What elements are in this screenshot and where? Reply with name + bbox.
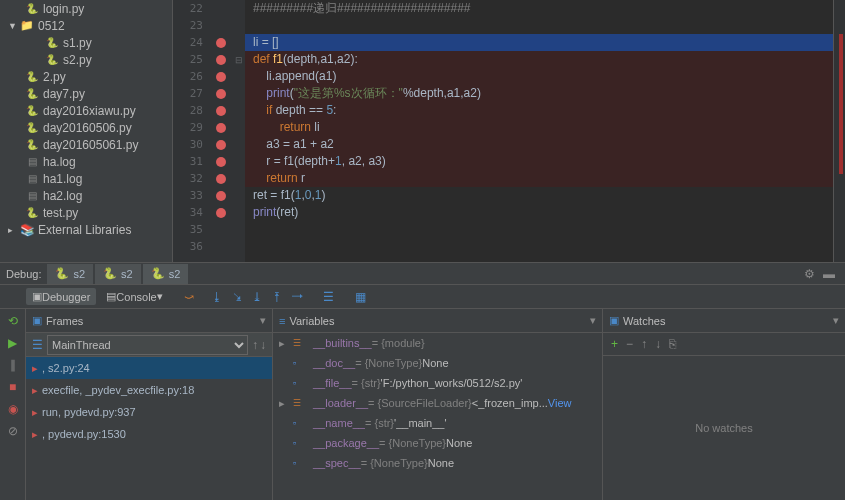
minimap[interactable]: [833, 0, 845, 262]
debug-tab-s2[interactable]: 🐍s2: [95, 264, 141, 284]
step-out-icon[interactable]: ⭱: [269, 289, 285, 305]
code-editor[interactable]: 222324252627282930313233343536 ⊟ #######…: [173, 0, 845, 262]
variable-item[interactable]: ▸☰__builtins__ = {module}: [273, 333, 602, 353]
tree-item-test-py[interactable]: 🐍test.py: [0, 204, 172, 221]
tree-item-day20160506-py[interactable]: 🐍day20160506.py: [0, 119, 172, 136]
variable-item[interactable]: ▫__package__ = {NoneType} None: [273, 433, 602, 453]
step-over-icon[interactable]: ⤻: [181, 289, 197, 305]
variable-item[interactable]: ▫__name__ = {str} '__main__': [273, 413, 602, 433]
thread-select[interactable]: MainThread: [47, 335, 248, 355]
add-watch-icon[interactable]: +: [611, 337, 618, 351]
tree-item-External Libraries[interactable]: ▸📚External Libraries: [0, 221, 172, 238]
stop-icon[interactable]: ■: [5, 379, 21, 395]
debug-tab-s2[interactable]: 🐍s2: [143, 264, 189, 284]
tree-item-ha1-log[interactable]: ▤ha1.log: [0, 170, 172, 187]
debugger-tab[interactable]: ▣ Debugger: [26, 288, 96, 305]
pause-icon[interactable]: ∥: [5, 357, 21, 373]
frame-down-icon[interactable]: ↓: [260, 338, 266, 352]
variable-item[interactable]: ▫__file__ = {str} 'F:/python_works/0512/…: [273, 373, 602, 393]
minimize-icon[interactable]: ▬: [823, 267, 835, 281]
watch-copy-icon[interactable]: ⎘: [669, 337, 676, 351]
tree-item-day7-py[interactable]: 🐍day7.py: [0, 85, 172, 102]
tree-item-ha-log[interactable]: ▤ha.log: [0, 153, 172, 170]
settings-icon[interactable]: ⚙: [804, 267, 815, 281]
step-into-my-icon[interactable]: ⭸: [229, 289, 245, 305]
evaluate-icon[interactable]: ☰: [321, 289, 337, 305]
tree-item-2-py[interactable]: 🐍2.py: [0, 68, 172, 85]
frames-icon: ▣: [32, 314, 42, 327]
view-breakpoints-icon[interactable]: ◉: [5, 401, 21, 417]
variable-item[interactable]: ▫__doc__ = {NoneType} None: [273, 353, 602, 373]
force-step-icon[interactable]: ⤓: [249, 289, 265, 305]
watches-panel: ▣ Watches ▾ + − ↑ ↓ ⎘ No watches: [603, 309, 845, 500]
resume-icon[interactable]: ▶: [5, 335, 21, 351]
tree-item-s1-py[interactable]: 🐍s1.py: [0, 34, 172, 51]
tree-item-login-py[interactable]: 🐍login.py: [0, 0, 172, 17]
debug-tab-s2[interactable]: 🐍s2: [47, 264, 93, 284]
debug-label: Debug:: [6, 268, 41, 280]
frame-item[interactable]: ▸run, pydevd.py:937: [26, 401, 272, 423]
watch-down-icon[interactable]: ↓: [655, 337, 661, 351]
tree-item-day201605061-py[interactable]: 🐍day201605061.py: [0, 136, 172, 153]
frame-item[interactable]: ▸execfile, _pydev_execfile.py:18: [26, 379, 272, 401]
frame-up-icon[interactable]: ↑: [252, 338, 258, 352]
frame-item[interactable]: ▸, pydevd.py:1530: [26, 423, 272, 445]
frames-panel: ▣ Frames ▾ ☰ MainThread ↑ ↓ ▸, s2.py:24▸…: [26, 309, 273, 500]
project-tree: 🐍login.py▼📁0512🐍s1.py🐍s2.py🐍2.py🐍day7.py…: [0, 0, 173, 262]
watch-up-icon[interactable]: ↑: [641, 337, 647, 351]
debug-panel: Debug: 🐍s2🐍s2🐍s2 ⚙ ▬ ▣ Debugger ▤ Consol…: [0, 262, 845, 500]
console-tab[interactable]: ▤ Console ▾: [100, 288, 168, 305]
variables-panel: ≡ Variables ▾ ▸☰__builtins__ = {module} …: [273, 309, 603, 500]
remove-watch-icon[interactable]: −: [626, 337, 633, 351]
watches-icon: ▣: [609, 314, 619, 327]
tree-item-0512[interactable]: ▼📁0512: [0, 17, 172, 34]
tree-item-ha2-log[interactable]: ▤ha2.log: [0, 187, 172, 204]
layout-icon[interactable]: ▦: [353, 289, 369, 305]
step-into-icon[interactable]: ⭳: [209, 289, 225, 305]
tree-item-s2-py[interactable]: 🐍s2.py: [0, 51, 172, 68]
run-to-cursor-icon[interactable]: ⭢: [289, 289, 305, 305]
variable-item[interactable]: ▸☰__loader__ = {SourceFileLoader} <_froz…: [273, 393, 602, 413]
mute-breakpoints-icon[interactable]: ⊘: [5, 423, 21, 439]
variables-icon: ≡: [279, 315, 285, 327]
variable-item[interactable]: ▫__spec__ = {NoneType} None: [273, 453, 602, 473]
thread-icon: ☰: [32, 338, 43, 352]
frame-item[interactable]: ▸, s2.py:24: [26, 357, 272, 379]
tree-item-day2016xiawu-py[interactable]: 🐍day2016xiawu.py: [0, 102, 172, 119]
debug-side-toolbar: ⟲ ▶ ∥ ■ ◉ ⊘: [0, 309, 26, 500]
rerun-icon[interactable]: ⟲: [5, 313, 21, 329]
